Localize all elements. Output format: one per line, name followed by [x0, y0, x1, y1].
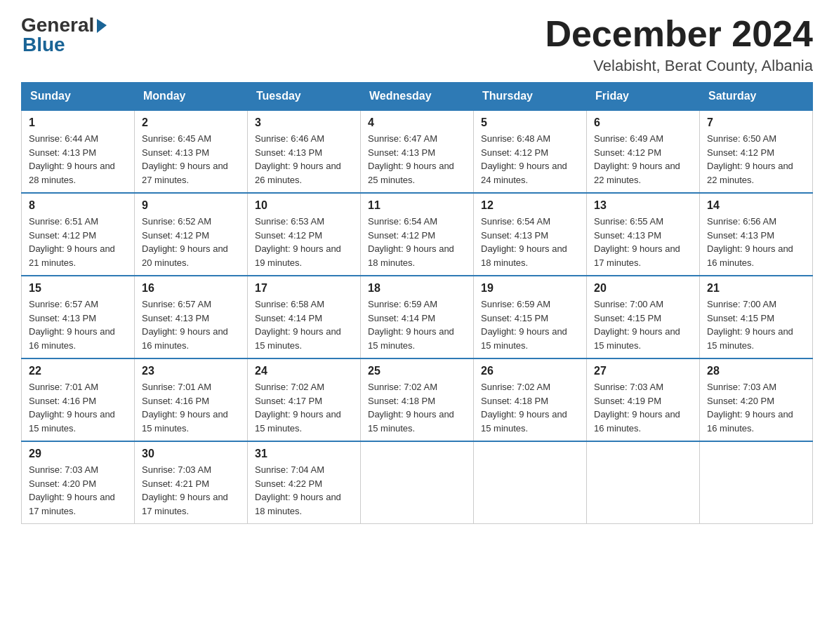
day-info: Sunrise: 7:00 AMSunset: 4:15 PMDaylight:…	[707, 297, 805, 352]
daylight-line2: 26 minutes.	[255, 173, 353, 187]
calendar-week-row: 15Sunrise: 6:57 AMSunset: 4:13 PMDayligh…	[22, 276, 813, 358]
daylight-line1: Daylight: 9 hours and	[368, 408, 466, 422]
daylight-line1: Daylight: 9 hours and	[29, 159, 127, 173]
sunrise-text: Sunrise: 6:44 AM	[29, 132, 127, 146]
daylight-line2: 16 minutes.	[142, 339, 240, 353]
daylight-line1: Daylight: 9 hours and	[29, 490, 127, 504]
table-row: 18Sunrise: 6:59 AMSunset: 4:14 PMDayligh…	[361, 276, 474, 358]
sunrise-text: Sunrise: 6:45 AM	[142, 132, 240, 146]
table-row: 17Sunrise: 6:58 AMSunset: 4:14 PMDayligh…	[248, 276, 361, 358]
day-number: 1	[29, 116, 127, 129]
day-number: 21	[707, 282, 805, 295]
sunset-text: Sunset: 4:13 PM	[29, 311, 127, 326]
day-number: 12	[481, 199, 579, 212]
table-row: 22Sunrise: 7:01 AMSunset: 4:16 PMDayligh…	[22, 358, 135, 441]
day-info: Sunrise: 6:57 AMSunset: 4:13 PMDaylight:…	[142, 297, 240, 352]
month-title: December 2024	[545, 14, 813, 54]
sunrise-text: Sunrise: 6:55 AM	[594, 215, 692, 229]
day-info: Sunrise: 6:49 AMSunset: 4:12 PMDaylight:…	[594, 132, 692, 187]
sunrise-text: Sunrise: 7:01 AM	[142, 380, 240, 394]
sunrise-text: Sunrise: 6:56 AM	[707, 215, 805, 229]
calendar-header-row: Sunday Monday Tuesday Wednesday Thursday…	[22, 83, 813, 111]
daylight-line1: Daylight: 9 hours and	[594, 325, 692, 339]
daylight-line1: Daylight: 9 hours and	[594, 242, 692, 256]
calendar-week-row: 8Sunrise: 6:51 AMSunset: 4:12 PMDaylight…	[22, 193, 813, 276]
daylight-line2: 16 minutes.	[594, 422, 692, 436]
day-info: Sunrise: 6:54 AMSunset: 4:13 PMDaylight:…	[481, 215, 579, 269]
sunset-text: Sunset: 4:12 PM	[142, 229, 240, 243]
daylight-line1: Daylight: 9 hours and	[142, 490, 240, 504]
table-row: 30Sunrise: 7:03 AMSunset: 4:21 PMDayligh…	[135, 441, 248, 524]
day-info: Sunrise: 7:03 AMSunset: 4:20 PMDaylight:…	[29, 463, 127, 518]
day-info: Sunrise: 7:03 AMSunset: 4:20 PMDaylight:…	[707, 380, 805, 435]
sunrise-text: Sunrise: 6:47 AM	[368, 132, 466, 146]
day-number: 19	[481, 282, 579, 295]
calendar-week-row: 22Sunrise: 7:01 AMSunset: 4:16 PMDayligh…	[22, 358, 813, 441]
sunrise-text: Sunrise: 6:50 AM	[707, 132, 805, 146]
table-row: 10Sunrise: 6:53 AMSunset: 4:12 PMDayligh…	[248, 193, 361, 276]
header-tuesday: Tuesday	[248, 83, 361, 111]
table-row: 19Sunrise: 6:59 AMSunset: 4:15 PMDayligh…	[474, 276, 587, 358]
day-info: Sunrise: 7:03 AMSunset: 4:19 PMDaylight:…	[594, 380, 692, 435]
table-row: 25Sunrise: 7:02 AMSunset: 4:18 PMDayligh…	[361, 358, 474, 441]
sunrise-text: Sunrise: 7:00 AM	[707, 297, 805, 311]
daylight-line1: Daylight: 9 hours and	[368, 242, 466, 256]
sunset-text: Sunset: 4:13 PM	[368, 146, 466, 160]
day-number: 8	[29, 199, 127, 212]
sunrise-text: Sunrise: 6:57 AM	[142, 297, 240, 311]
header-friday: Friday	[587, 83, 700, 111]
daylight-line1: Daylight: 9 hours and	[481, 325, 579, 339]
sunset-text: Sunset: 4:15 PM	[707, 311, 805, 326]
sunrise-text: Sunrise: 7:02 AM	[255, 380, 353, 394]
daylight-line2: 21 minutes.	[29, 256, 127, 270]
daylight-line1: Daylight: 9 hours and	[255, 325, 353, 339]
day-info: Sunrise: 6:57 AMSunset: 4:13 PMDaylight:…	[29, 297, 127, 352]
table-row: 24Sunrise: 7:02 AMSunset: 4:17 PMDayligh…	[248, 358, 361, 441]
daylight-line1: Daylight: 9 hours and	[255, 242, 353, 256]
table-row: 15Sunrise: 6:57 AMSunset: 4:13 PMDayligh…	[22, 276, 135, 358]
day-number: 4	[368, 116, 466, 129]
daylight-line1: Daylight: 9 hours and	[481, 242, 579, 256]
day-number: 3	[255, 116, 353, 129]
daylight-line1: Daylight: 9 hours and	[29, 408, 127, 422]
sunset-text: Sunset: 4:15 PM	[594, 311, 692, 326]
day-info: Sunrise: 6:47 AMSunset: 4:13 PMDaylight:…	[368, 132, 466, 187]
sunset-text: Sunset: 4:13 PM	[29, 146, 127, 160]
table-row: 1Sunrise: 6:44 AMSunset: 4:13 PMDaylight…	[22, 110, 135, 193]
daylight-line1: Daylight: 9 hours and	[594, 159, 692, 173]
sunset-text: Sunset: 4:13 PM	[707, 229, 805, 243]
day-info: Sunrise: 7:04 AMSunset: 4:22 PMDaylight:…	[255, 463, 353, 518]
day-info: Sunrise: 6:59 AMSunset: 4:15 PMDaylight:…	[481, 297, 579, 352]
daylight-line2: 22 minutes.	[707, 173, 805, 187]
day-number: 17	[255, 282, 353, 295]
calendar-table: Sunday Monday Tuesday Wednesday Thursday…	[21, 82, 813, 524]
logo-blue-text: Blue	[22, 34, 65, 56]
sunrise-text: Sunrise: 6:46 AM	[255, 132, 353, 146]
location-title: Velabisht, Berat County, Albania	[545, 57, 813, 75]
day-number: 27	[594, 365, 692, 377]
daylight-line2: 15 minutes.	[481, 339, 579, 353]
day-info: Sunrise: 7:02 AMSunset: 4:18 PMDaylight:…	[368, 380, 466, 435]
table-row: 11Sunrise: 6:54 AMSunset: 4:12 PMDayligh…	[361, 193, 474, 276]
sunset-text: Sunset: 4:13 PM	[255, 146, 353, 160]
daylight-line2: 15 minutes.	[29, 422, 127, 436]
table-row	[700, 441, 813, 524]
daylight-line1: Daylight: 9 hours and	[142, 325, 240, 339]
daylight-line2: 17 minutes.	[142, 504, 240, 518]
table-row: 9Sunrise: 6:52 AMSunset: 4:12 PMDaylight…	[135, 193, 248, 276]
daylight-line1: Daylight: 9 hours and	[255, 408, 353, 422]
day-number: 16	[142, 282, 240, 295]
sunset-text: Sunset: 4:16 PM	[142, 394, 240, 408]
title-section: December 2024 Velabisht, Berat County, A…	[545, 14, 813, 75]
table-row: 20Sunrise: 7:00 AMSunset: 4:15 PMDayligh…	[587, 276, 700, 358]
logo: General Blue	[21, 14, 110, 56]
day-info: Sunrise: 6:51 AMSunset: 4:12 PMDaylight:…	[29, 215, 127, 269]
daylight-line1: Daylight: 9 hours and	[142, 408, 240, 422]
sunset-text: Sunset: 4:12 PM	[368, 229, 466, 243]
day-number: 26	[481, 365, 579, 377]
day-number: 7	[707, 116, 805, 129]
day-number: 18	[368, 282, 466, 295]
logo-arrow-icon	[94, 18, 110, 33]
sunset-text: Sunset: 4:14 PM	[368, 311, 466, 326]
daylight-line2: 24 minutes.	[481, 173, 579, 187]
